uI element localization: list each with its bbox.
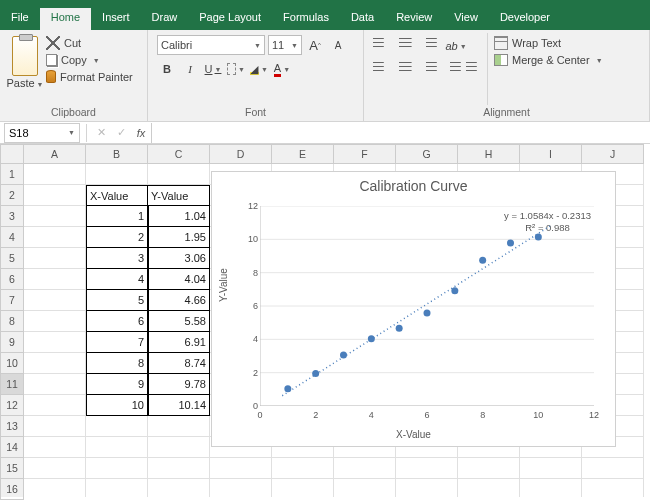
tab-data[interactable]: Data [340, 8, 385, 30]
cell-B15[interactable] [86, 458, 148, 479]
cell-A15[interactable] [24, 458, 86, 479]
cell-C6[interactable]: 4.04 [148, 269, 210, 290]
row-header-6[interactable]: 6 [0, 269, 24, 290]
cell-A2[interactable] [24, 185, 86, 206]
align-middle-button[interactable] [395, 36, 415, 56]
cell-F16[interactable] [334, 479, 396, 497]
paste-icon[interactable] [12, 36, 38, 76]
merge-center-button[interactable]: Merge & Center▼ [494, 54, 603, 66]
cell-A12[interactable] [24, 395, 86, 416]
tab-file[interactable]: File [0, 8, 40, 30]
cell-G16[interactable] [396, 479, 458, 497]
cell-H15[interactable] [458, 458, 520, 479]
row-header-1[interactable]: 1 [0, 164, 24, 185]
cell-H16[interactable] [458, 479, 520, 497]
increase-indent-button[interactable] [465, 60, 485, 80]
cell-B2[interactable]: X-Value [86, 185, 148, 206]
align-top-button[interactable] [372, 36, 392, 56]
cell-A16[interactable] [24, 479, 86, 497]
cell-A11[interactable] [24, 374, 86, 395]
cell-J15[interactable] [582, 458, 644, 479]
italic-button[interactable]: I [180, 59, 200, 79]
y-axis-label[interactable]: Y-Value [218, 268, 229, 302]
tab-home[interactable]: Home [40, 8, 91, 30]
cell-B12[interactable]: 10 [86, 395, 148, 416]
cell-A1[interactable] [24, 164, 86, 185]
cell-D16[interactable] [210, 479, 272, 497]
x-axis-label[interactable]: X-Value [212, 429, 615, 440]
row-header-4[interactable]: 4 [0, 227, 24, 248]
cell-F15[interactable] [334, 458, 396, 479]
col-header-B[interactable]: B [86, 144, 148, 164]
row-header-11[interactable]: 11 [0, 374, 24, 395]
select-all-button[interactable] [0, 144, 24, 164]
fill-color-button[interactable]: ◢▼ [249, 59, 269, 79]
cell-C7[interactable]: 4.66 [148, 290, 210, 311]
plot-area[interactable] [260, 206, 594, 406]
cell-C16[interactable] [148, 479, 210, 497]
row-header-2[interactable]: 2 [0, 185, 24, 206]
cell-C9[interactable]: 6.91 [148, 332, 210, 353]
cell-A4[interactable] [24, 227, 86, 248]
cell-A9[interactable] [24, 332, 86, 353]
row-header-14[interactable]: 14 [0, 437, 24, 458]
cell-G15[interactable] [396, 458, 458, 479]
cell-J16[interactable] [582, 479, 644, 497]
row-header-3[interactable]: 3 [0, 206, 24, 227]
row-header-12[interactable]: 12 [0, 395, 24, 416]
cell-A14[interactable] [24, 437, 86, 458]
decrease-indent-button[interactable] [442, 60, 462, 80]
tab-insert[interactable]: Insert [91, 8, 141, 30]
formula-input[interactable] [151, 123, 650, 143]
cell-A3[interactable] [24, 206, 86, 227]
tab-developer[interactable]: Developer [489, 8, 561, 30]
cell-C10[interactable]: 8.74 [148, 353, 210, 374]
align-bottom-button[interactable] [418, 36, 438, 56]
cell-E16[interactable] [272, 479, 334, 497]
wrap-text-button[interactable]: Wrap Text [494, 36, 603, 50]
font-color-button[interactable]: A▼ [272, 59, 292, 79]
cell-A13[interactable] [24, 416, 86, 437]
row-header-13[interactable]: 13 [0, 416, 24, 437]
cell-C1[interactable] [148, 164, 210, 185]
cell-A6[interactable] [24, 269, 86, 290]
cell-A5[interactable] [24, 248, 86, 269]
cell-A7[interactable] [24, 290, 86, 311]
cell-B10[interactable]: 8 [86, 353, 148, 374]
cell-C15[interactable] [148, 458, 210, 479]
fb-enter-button[interactable]: ✓ [111, 124, 131, 142]
cell-I15[interactable] [520, 458, 582, 479]
cell-B4[interactable]: 2 [86, 227, 148, 248]
cell-C2[interactable]: Y-Value [148, 185, 210, 206]
cell-D15[interactable] [210, 458, 272, 479]
col-header-G[interactable]: G [396, 144, 458, 164]
cell-B3[interactable]: 1 [86, 206, 148, 227]
align-left-button[interactable] [372, 60, 392, 80]
increase-font-button[interactable]: A^ [305, 35, 325, 55]
tab-view[interactable]: View [443, 8, 489, 30]
col-header-E[interactable]: E [272, 144, 334, 164]
cell-C11[interactable]: 9.78 [148, 374, 210, 395]
cell-B11[interactable]: 9 [86, 374, 148, 395]
chart-object[interactable]: Calibration Curve Y-Value X-Value y = 1.… [211, 171, 616, 447]
col-header-H[interactable]: H [458, 144, 520, 164]
cell-C5[interactable]: 3.06 [148, 248, 210, 269]
underline-button[interactable]: U▼ [203, 59, 223, 79]
row-header-8[interactable]: 8 [0, 311, 24, 332]
cell-C3[interactable]: 1.04 [148, 206, 210, 227]
cell-B5[interactable]: 3 [86, 248, 148, 269]
tab-draw[interactable]: Draw [141, 8, 189, 30]
col-header-D[interactable]: D [210, 144, 272, 164]
cell-A10[interactable] [24, 353, 86, 374]
fb-cancel-button[interactable]: ✕ [91, 124, 111, 142]
fx-button[interactable]: fx [131, 124, 151, 142]
row-header-7[interactable]: 7 [0, 290, 24, 311]
cell-C8[interactable]: 5.58 [148, 311, 210, 332]
row-header-10[interactable]: 10 [0, 353, 24, 374]
tab-review[interactable]: Review [385, 8, 443, 30]
cell-C14[interactable] [148, 437, 210, 458]
row-header-5[interactable]: 5 [0, 248, 24, 269]
col-header-A[interactable]: A [24, 144, 86, 164]
align-right-button[interactable] [418, 60, 438, 80]
format-painter-button[interactable]: Format Painter [46, 70, 133, 83]
